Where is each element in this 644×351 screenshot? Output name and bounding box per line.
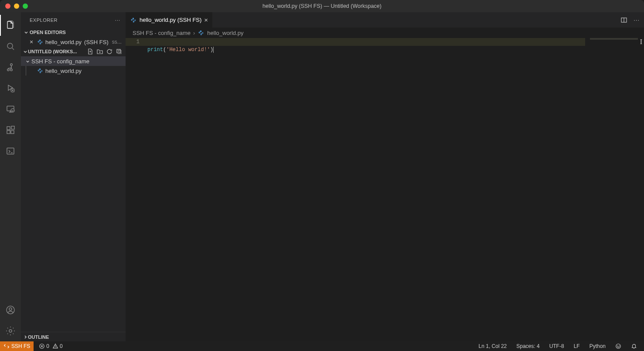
code-token-string: 'Hello world!' — [166, 47, 210, 53]
debug-icon — [5, 83, 16, 93]
workspace-label: UNTITLED (WORKS... — [28, 49, 86, 54]
account-icon — [5, 305, 16, 315]
code-content[interactable]: print('Hello world!') — [147, 38, 214, 341]
breadcrumb-part[interactable]: hello_world.py — [207, 30, 243, 36]
sidebar-more-icon[interactable]: ··· — [115, 17, 120, 23]
collapse-all-icon[interactable] — [115, 48, 123, 55]
new-folder-icon[interactable] — [96, 48, 104, 55]
new-file-icon[interactable] — [86, 48, 94, 55]
error-icon — [39, 343, 45, 349]
sidebar-title: EXPLORER — [30, 17, 58, 23]
window-title: hello_world.py (SSH FS) — Untitled (Work… — [262, 3, 382, 9]
more-actions-icon[interactable]: ··· — [634, 17, 640, 23]
svg-point-3 — [10, 69, 13, 71]
svg-rect-11 — [7, 148, 14, 154]
files-icon — [5, 20, 16, 31]
code-token: ) — [210, 47, 213, 53]
svg-rect-10 — [11, 126, 14, 129]
tab-label: hello_world.py (SSH FS) — [140, 17, 201, 23]
workspace-header[interactable]: UNTITLED (WORKS... — [21, 47, 126, 56]
open-editor-suffix: (SSH FS) — [84, 39, 109, 45]
python-file-icon — [130, 17, 137, 24]
minimize-window-button[interactable] — [14, 3, 19, 9]
language-mode[interactable]: Python — [588, 343, 607, 349]
titlebar: hello_world.py (SSH FS) — Untitled (Work… — [0, 0, 644, 12]
chevron-down-icon — [24, 59, 31, 64]
notifications-icon[interactable] — [629, 343, 639, 349]
close-tab-icon[interactable]: × — [204, 16, 208, 24]
code-token-func: print — [147, 47, 163, 53]
open-editor-filename: hello_world.py — [45, 39, 82, 45]
gear-icon — [5, 326, 16, 336]
breadcrumb-part[interactable]: SSH FS - config_name — [133, 30, 191, 36]
line-number-gutter: 1 — [126, 38, 147, 341]
source-control-activity[interactable] — [0, 57, 21, 78]
chevron-down-icon — [23, 30, 30, 35]
overview-ruler-cursor-icon: I — [640, 38, 642, 46]
open-editor-item[interactable]: × hello_world.py (SSH FS) ss... — [21, 37, 126, 47]
svg-point-1 — [10, 64, 13, 66]
eol-status[interactable]: LF — [572, 343, 582, 349]
search-activity[interactable] — [0, 36, 21, 57]
source-control-icon — [5, 62, 16, 72]
chevron-right-icon — [23, 334, 28, 340]
python-file-icon — [37, 67, 44, 74]
svg-point-0 — [7, 43, 13, 48]
run-debug-activity[interactable] — [0, 78, 21, 99]
close-window-button[interactable] — [5, 3, 10, 9]
editor-area: hello_world.py (SSH FS) × ··· SSH FS - c… — [126, 12, 644, 341]
settings-activity[interactable] — [0, 320, 21, 341]
svg-rect-9 — [11, 131, 14, 134]
window-controls — [0, 3, 28, 9]
python-file-icon — [37, 38, 44, 45]
remote-indicator[interactable]: SSH FS — [0, 341, 34, 351]
search-icon — [5, 41, 16, 52]
remote-explorer-activity[interactable] — [0, 99, 21, 120]
feedback-icon[interactable] — [613, 343, 623, 349]
tab-bar: hello_world.py (SSH FS) × ··· — [126, 12, 644, 28]
breadcrumb[interactable]: SSH FS - config_name › hello_world.py — [126, 28, 644, 38]
activity-bar — [0, 12, 21, 341]
warning-count: 0 — [60, 343, 63, 349]
sidebar-title-row: EXPLORER ··· — [21, 12, 126, 28]
indentation-status[interactable]: Spaces: 4 — [515, 343, 541, 349]
terminal-icon — [5, 146, 16, 156]
extensions-icon — [5, 125, 16, 135]
explorer-sidebar: EXPLORER ··· OPEN EDITORS × hello_world.… — [21, 12, 126, 341]
editor-body[interactable]: 1 print('Hello world!') I — [126, 38, 644, 341]
status-problems[interactable]: 0 0 — [37, 343, 64, 349]
svg-rect-7 — [7, 127, 10, 130]
split-editor-icon[interactable] — [620, 17, 627, 24]
minimap[interactable]: I — [592, 38, 644, 341]
tree-file[interactable]: hello_world.py — [26, 66, 126, 76]
remote-explorer-icon — [5, 104, 16, 114]
minimap-content — [590, 38, 638, 40]
terminal-activity[interactable] — [0, 141, 21, 162]
open-editors-header[interactable]: OPEN EDITORS — [21, 28, 126, 37]
outline-header[interactable]: OUTLINE — [21, 332, 126, 341]
accounts-activity[interactable] — [0, 299, 21, 320]
outline-label: OUTLINE — [28, 334, 49, 340]
svg-point-18 — [616, 344, 621, 349]
warning-icon — [52, 343, 58, 349]
close-editor-icon[interactable]: × — [28, 38, 35, 45]
chevron-right-icon: › — [193, 30, 195, 36]
explorer-activity[interactable] — [0, 15, 21, 36]
refresh-icon[interactable] — [106, 48, 113, 55]
text-cursor — [213, 47, 214, 53]
svg-point-2 — [7, 69, 10, 71]
cursor-position[interactable]: Ln 1, Col 22 — [477, 343, 509, 349]
svg-rect-8 — [7, 131, 10, 134]
svg-point-14 — [9, 330, 12, 332]
encoding-status[interactable]: UTF-8 — [548, 343, 566, 349]
tree-folder[interactable]: SSH FS - config_name — [21, 56, 126, 66]
remote-label: SSH FS — [11, 343, 30, 349]
open-editors-label: OPEN EDITORS — [30, 30, 66, 35]
tabbar-actions: ··· — [620, 12, 644, 28]
folder-name: SSH FS - config_name — [31, 58, 89, 65]
editor-tab[interactable]: hello_world.py (SSH FS) × — [126, 12, 213, 28]
svg-point-13 — [9, 308, 12, 310]
python-file-icon — [198, 29, 204, 36]
extensions-activity[interactable] — [0, 120, 21, 141]
maximize-window-button[interactable] — [23, 3, 28, 9]
